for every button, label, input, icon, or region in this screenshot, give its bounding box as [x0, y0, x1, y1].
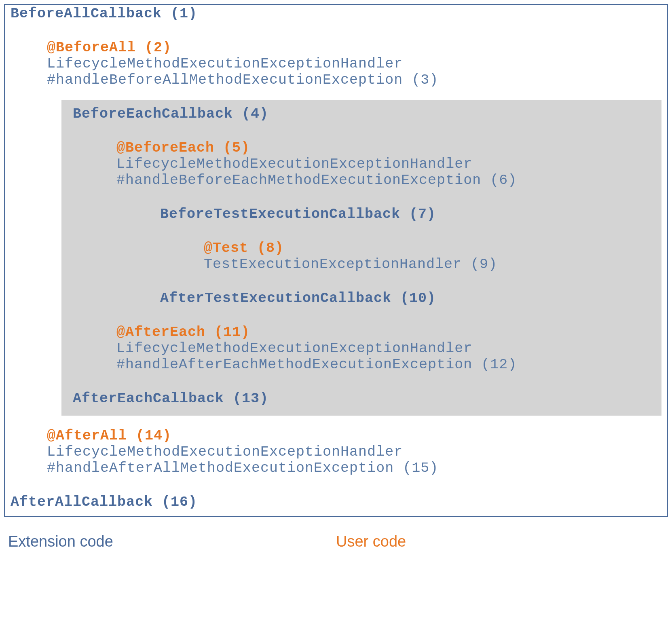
before-each-callback: BeforeEachCallback (4): [73, 106, 656, 122]
before-each-annotation: @BeforeEach (5): [116, 140, 656, 156]
legend-user-code: User code: [336, 533, 406, 550]
legend: Extension code User code: [4, 533, 668, 550]
after-each-annotation: @AfterEach (11): [116, 324, 656, 340]
before-all-annotation: @BeforeAll (2): [47, 40, 661, 56]
before-each-handler-line2: #handleBeforeEachMethodExecutionExceptio…: [116, 172, 656, 188]
before-all-handler-line2: #handleBeforeAllMethodExecutionException…: [47, 72, 661, 88]
before-all-callback: BeforeAllCallback (1): [11, 6, 661, 22]
before-all-handler-line1: LifecycleMethodExecutionExceptionHandler: [47, 56, 661, 72]
after-each-handler-line1: LifecycleMethodExecutionExceptionHandler: [116, 340, 656, 357]
before-each-handler-line1: LifecycleMethodExecutionExceptionHandler: [116, 156, 656, 172]
after-each-callback: AfterEachCallback (13): [73, 391, 656, 407]
after-test-execution-callback: AfterTestExecutionCallback (10): [160, 290, 656, 306]
lifecycle-diagram-box: BeforeAllCallback (1) @BeforeAll (2) Lif…: [4, 4, 668, 517]
legend-extension-code: Extension code: [4, 533, 336, 550]
after-all-annotation: @AfterAll (14): [47, 428, 661, 444]
test-execution-exception-handler: TestExecutionExceptionHandler (9): [204, 256, 656, 273]
after-all-handler-line1: LifecycleMethodExecutionExceptionHandler: [47, 444, 661, 460]
test-annotation: @Test (8): [204, 240, 656, 256]
per-test-box: BeforeEachCallback (4) @BeforeEach (5) L…: [61, 100, 661, 416]
before-test-execution-callback: BeforeTestExecutionCallback (7): [160, 206, 656, 222]
after-all-callback: AfterAllCallback (16): [11, 494, 661, 510]
after-each-handler-line2: #handleAfterEachMethodExecutionException…: [116, 357, 656, 373]
after-all-handler-line2: #handleAfterAllMethodExecutionException …: [47, 460, 661, 476]
